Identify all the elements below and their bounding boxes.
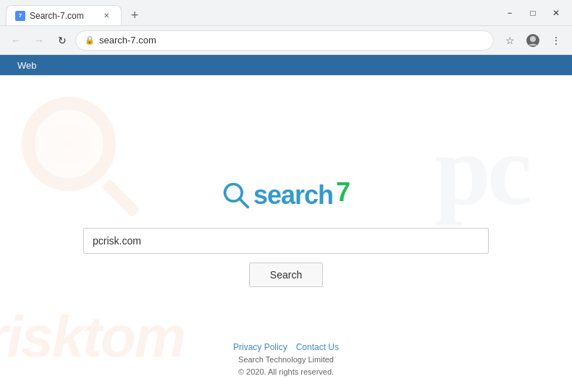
url-text: search-7.com	[99, 35, 156, 46]
page-footer: Privacy Policy Contact Us Search Technol…	[0, 342, 572, 378]
new-tab-button[interactable]: +	[125, 5, 145, 25]
browser-frame: 7 Search-7.com ✕ + − □ ✕ ← → ↻ 🔒 search-…	[0, 0, 572, 392]
back-button[interactable]: ←	[6, 30, 26, 51]
address-bar: ← → ↻ 🔒 search-7.com ☆ ⋮	[0, 26, 572, 55]
page-content: pc risktom search 7 Search Privacy Polic…	[0, 75, 572, 392]
svg-point-4	[228, 187, 239, 198]
browser-tab[interactable]: 7 Search-7.com ✕	[6, 5, 122, 25]
close-button[interactable]: ✕	[546, 3, 566, 23]
logo-container: search 7	[222, 180, 350, 210]
tab-title: Search-7.com	[30, 11, 96, 21]
account-button[interactable]	[523, 30, 543, 51]
watermark-pc: pc	[434, 111, 529, 228]
logo-seven: 7	[336, 177, 350, 208]
web-tab-bar: Web	[0, 55, 572, 75]
logo-magnifier-icon	[222, 181, 251, 210]
tab-area: 7 Search-7.com ✕ +	[6, 0, 500, 25]
title-bar: 7 Search-7.com ✕ + − □ ✕	[0, 0, 572, 26]
search-form: Search	[83, 228, 489, 287]
logo-text: search	[253, 180, 333, 210]
footer-copyright: Search Technology Limited © 2020. All ri…	[238, 354, 334, 378]
svg-line-3	[239, 199, 248, 208]
web-tab-item[interactable]: Web	[9, 57, 46, 74]
privacy-policy-link[interactable]: Privacy Policy	[233, 342, 287, 352]
search-input[interactable]	[83, 228, 489, 254]
url-bar[interactable]: 🔒 search-7.com	[75, 30, 494, 51]
tab-favicon: 7	[15, 11, 25, 21]
contact-us-link[interactable]: Contact Us	[296, 342, 339, 352]
svg-point-1	[530, 36, 536, 42]
footer-links: Privacy Policy Contact Us	[233, 342, 339, 352]
minimize-button[interactable]: −	[500, 3, 520, 23]
menu-button[interactable]: ⋮	[546, 30, 566, 51]
reload-button[interactable]: ↻	[52, 30, 72, 51]
restore-button[interactable]: □	[523, 3, 543, 23]
window-controls: − □ ✕	[500, 3, 566, 23]
bookmark-button[interactable]: ☆	[500, 30, 520, 51]
address-actions: ☆ ⋮	[500, 30, 566, 51]
forward-button[interactable]: →	[29, 30, 49, 51]
tab-close-button[interactable]: ✕	[101, 10, 112, 22]
search-button[interactable]: Search	[249, 263, 323, 287]
watermark-magnifier	[14, 97, 145, 227]
lock-icon: 🔒	[85, 35, 95, 45]
